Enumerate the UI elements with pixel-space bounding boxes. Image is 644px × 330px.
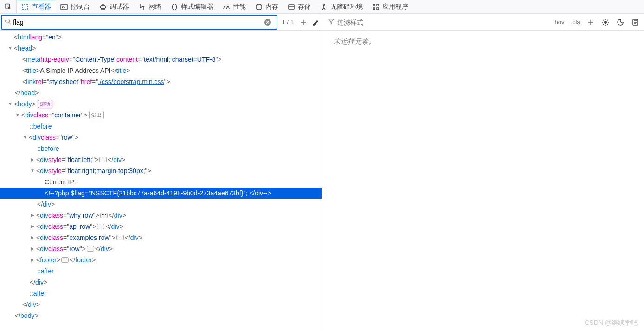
tab-label: 查看器: [32, 3, 51, 11]
dom-node[interactable]: ::before: [0, 121, 322, 132]
search-row: 1 / 1: [0, 14, 322, 31]
dom-node[interactable]: </div>: [0, 199, 322, 210]
tab-console[interactable]: 控制台: [56, 0, 95, 14]
ellipsis-icon[interactable]: ⋯: [61, 257, 69, 263]
tab-label: 无障碍环境: [330, 3, 363, 11]
tab-label: 应用程序: [382, 3, 408, 11]
light-theme-icon[interactable]: [599, 16, 612, 28]
svg-point-6: [323, 4, 325, 5]
svg-point-4: [257, 4, 261, 6]
tab-storage[interactable]: 存储: [283, 0, 316, 14]
dom-node[interactable]: Current IP:: [0, 176, 322, 188]
watermark-text: CSDN @继续学吧: [585, 319, 638, 327]
print-media-icon[interactable]: [629, 16, 641, 28]
dom-node[interactable]: ▶<div class="examples row">⋯</div>: [0, 232, 322, 243]
dom-node[interactable]: ▶<div style="float:left;">⋯</div>: [0, 154, 322, 165]
tab-label: 网络: [148, 3, 161, 11]
dom-node[interactable]: ▶<div class="row">⋯</div>: [0, 243, 322, 254]
cls-toggle[interactable]: .cls: [569, 19, 582, 26]
no-element-selected-message: 未选择元素。: [322, 31, 644, 52]
ellipsis-icon[interactable]: ⋯: [116, 235, 124, 240]
tab-memory[interactable]: 内存: [251, 0, 283, 14]
dom-node[interactable]: ▼<body>滚动: [0, 98, 322, 110]
dom-node[interactable]: ::before: [0, 143, 322, 154]
dom-node[interactable]: ::after: [0, 288, 322, 299]
search-input[interactable]: [11, 19, 262, 26]
inspector-panel: 1 / 1 <html lang="en"> ▼<head> <meta htt…: [0, 14, 322, 330]
svg-rect-7: [373, 4, 375, 6]
dom-node[interactable]: <html lang="en">: [0, 32, 322, 43]
ellipsis-icon[interactable]: ⋯: [100, 213, 108, 218]
tab-application[interactable]: 应用程序: [367, 0, 413, 14]
tab-inspector[interactable]: 查看器: [17, 0, 56, 13]
tab-performance[interactable]: 性能: [218, 0, 251, 14]
expand-toggle[interactable]: ▶: [30, 210, 35, 221]
dom-node[interactable]: ::after: [0, 265, 322, 277]
devtools-toolbar: 查看器 控制台 调试器 网络 样式编辑器 性能 内存 存储 无障碍环境 应用程序: [0, 0, 644, 14]
tab-debugger[interactable]: 调试器: [95, 0, 134, 14]
svg-point-3: [100, 5, 106, 9]
filter-styles-input[interactable]: [337, 19, 546, 26]
add-rule-button[interactable]: [585, 16, 597, 28]
expand-toggle[interactable]: ▼: [22, 132, 28, 143]
expand-toggle[interactable]: ▼: [7, 98, 13, 110]
expand-toggle[interactable]: ▼: [15, 110, 20, 121]
tab-label: 内存: [265, 3, 278, 11]
expand-toggle[interactable]: ▶: [30, 243, 35, 254]
tab-label: 存储: [298, 3, 311, 11]
svg-point-13: [604, 21, 607, 24]
overflow-badge: 溢出: [89, 111, 104, 119]
svg-rect-9: [373, 8, 375, 10]
expand-toggle[interactable]: ▶: [30, 232, 35, 243]
expand-toggle[interactable]: ▼: [30, 165, 35, 176]
dom-node[interactable]: ▼<div style="float:right;margin-top:30px…: [0, 165, 322, 176]
search-box: [1, 15, 277, 30]
dom-node[interactable]: ▶<div class="api row">⋯</div>: [0, 221, 322, 232]
dom-node[interactable]: <meta http-equiv="Content-Type" content=…: [0, 54, 322, 65]
tab-label: 控制台: [71, 3, 90, 11]
tab-label: 性能: [233, 3, 246, 11]
dom-node[interactable]: ▼<head>: [0, 43, 322, 54]
expand-toggle[interactable]: ▶: [30, 154, 35, 165]
hov-toggle[interactable]: :hov: [551, 19, 567, 26]
ellipsis-icon[interactable]: ⋯: [97, 224, 104, 229]
svg-rect-8: [377, 4, 379, 6]
dark-theme-icon[interactable]: [614, 16, 626, 28]
ellipsis-icon[interactable]: ⋯: [99, 157, 107, 162]
dom-node[interactable]: ▼<div class="container">溢出: [0, 110, 322, 121]
filter-icon: [328, 18, 335, 26]
dom-node[interactable]: </div>: [0, 277, 322, 288]
styles-panel: :hov .cls 未选择元素。: [322, 14, 644, 330]
element-picker-button[interactable]: [0, 0, 17, 14]
main-area: 1 / 1 <html lang="en"> ▼<head> <meta htt…: [0, 14, 644, 330]
dom-tree[interactable]: <html lang="en"> ▼<head> <meta http-equi…: [0, 31, 322, 330]
dom-node-selected[interactable]: <!--?php $flag="NSSCTF{21bbc77a-a64d-419…: [0, 188, 322, 199]
scroll-badge: 滚动: [38, 100, 52, 108]
svg-rect-1: [22, 4, 28, 10]
dom-node[interactable]: <title>A Simple IP Address API</title>: [0, 65, 322, 76]
svg-rect-10: [377, 8, 379, 10]
styles-toolbar: :hov .cls: [322, 14, 644, 31]
tab-style-editor[interactable]: 样式编辑器: [166, 0, 218, 14]
expand-toggle[interactable]: ▶: [30, 254, 35, 265]
dom-node[interactable]: ▼<div class="row">: [0, 132, 322, 143]
tab-network[interactable]: 网络: [134, 0, 166, 14]
eyedropper-button[interactable]: [309, 16, 322, 28]
filter-styles-box: [325, 18, 548, 26]
expand-toggle[interactable]: ▼: [7, 43, 13, 54]
svg-rect-2: [61, 4, 67, 10]
ellipsis-icon[interactable]: ⋯: [87, 246, 94, 252]
dom-node[interactable]: ▶<div class="why row">⋯</div>: [0, 210, 322, 221]
dom-node[interactable]: ▶<footer>⋯</footer>: [0, 254, 322, 265]
tab-accessibility[interactable]: 无障碍环境: [316, 0, 367, 14]
dom-node[interactable]: <link rel="stylesheet" href="./css/boots…: [0, 76, 322, 87]
tab-label: 调试器: [109, 3, 129, 11]
svg-rect-5: [289, 5, 294, 9]
search-result-count: 1 / 1: [278, 19, 297, 26]
clear-search-icon[interactable]: [262, 16, 274, 28]
dom-node[interactable]: </head>: [0, 87, 322, 98]
add-node-button[interactable]: [297, 16, 309, 28]
expand-toggle[interactable]: ▶: [30, 221, 35, 232]
dom-node[interactable]: </div>: [0, 299, 322, 310]
dom-node[interactable]: </body>: [0, 310, 322, 321]
